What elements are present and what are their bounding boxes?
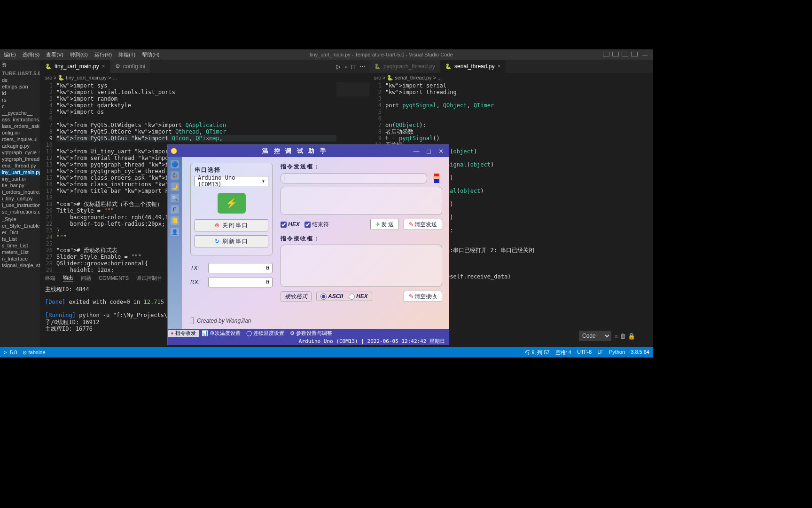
breadcrumb[interactable]: src > 🐍 tiny_uart_main.py > ... [40,73,369,82]
send-button[interactable]: ✈发 送 [370,219,399,230]
clear-receive-button[interactable]: ✎清空接收 [404,291,442,302]
dialog-titlebar[interactable]: 温 控 调 试 助 手 — ◻ ✕ [168,145,449,157]
close-icon[interactable]: × [102,63,105,70]
explorer-item[interactable]: tsignal_single_start [0,262,40,269]
minimize-icon[interactable]: — [640,52,649,57]
lock-icon[interactable]: 🔒 [628,333,635,340]
explorer-item[interactable]: rs [0,96,40,103]
clear-send-button[interactable]: ✎清空发送 [404,219,442,230]
close-icon[interactable]: × [497,63,500,70]
code-runner-dropdown[interactable]: Code ≡ 🗑 🔒 [579,331,635,341]
explorer-item[interactable]: n_Interface [0,255,40,262]
status-branch[interactable]: > -5.0 [4,349,17,356]
run-icon[interactable]: ▷ [336,63,341,70]
explorer-item[interactable]: se_instructions.ui [0,208,40,215]
more-icon[interactable]: ⋯ [359,63,366,70]
explorer-item[interactable]: yqtgraph_thread.py [0,156,40,162]
layout-icon[interactable] [612,52,619,56]
split-icon[interactable]: ▫ [344,63,347,70]
explorer-item[interactable]: er_Dict [0,229,40,236]
minimize-icon[interactable]: — [413,148,422,154]
refresh-serial-button[interactable]: ↻ 刷新串口 [195,235,268,247]
tab-serial-thread[interactable]: 🐍 serial_thread.py × [440,60,505,73]
explorer-item[interactable]: rders_inquire.ui [0,136,40,143]
menu-terminal[interactable]: 终端(T) [118,51,135,58]
status-lang[interactable]: Python [609,349,625,356]
explorer-sidebar[interactable]: 资 TURE-UART-5.0 deettings.jsonldrsc__pyc… [0,60,40,347]
explorer-item[interactable]: ld [0,90,40,96]
explorer-item[interactable]: iny_uart.ui [0,175,40,182]
layout-icon[interactable] [603,52,609,56]
menu-goto[interactable]: 转到(G) [70,51,88,58]
send-history-box[interactable] [281,187,442,215]
project-name[interactable]: TURE-UART-5.0 [0,70,40,77]
term-tab-output[interactable]: 输出 [63,274,73,282]
layout-icon[interactable] [622,52,628,56]
book-icon[interactable]: 📒 [171,216,179,225]
moon-icon[interactable]: 🌙 [171,183,179,191]
tab-continuous-temp[interactable]: ◯连续温度设置 [243,330,287,337]
explorer-item[interactable]: ass_instructions.py [0,116,40,123]
explorer-item[interactable]: onfig.ini [0,129,40,136]
status-eol[interactable]: LF [597,349,603,356]
menu-bar[interactable]: 编(E) 选择(S) 查看(V) 转到(G) 运行(R) 终端(T) 帮助(H) [4,51,160,58]
term-tab-terminal[interactable]: 终端 [45,275,55,282]
palette-icon[interactable]: 🔵 [171,160,179,168]
mario-icon[interactable] [431,173,442,184]
tab-tiny-uart-main[interactable]: 🐍 tiny_uart_main.py × [40,60,110,73]
explorer-item[interactable]: de [0,77,40,83]
explorer-item[interactable]: tle_bar.py [0,182,40,189]
close-serial-button[interactable]: ⊗ 关闭串口 [195,219,268,231]
explorer-item[interactable]: lass_orders_ask.py [0,123,40,129]
serial-port-combo[interactable]: Arduino Uno (COM13) ▾ [195,176,268,186]
explorer-item[interactable]: ts_List [0,236,40,242]
explorer-item[interactable]: s_time_List [0,242,40,249]
explorer-item[interactable]: c [0,103,40,110]
term-tab-problems[interactable]: 问题 [81,275,91,282]
explorer-item[interactable]: _Style [0,216,40,222]
menu-select[interactable]: 选择(S) [23,51,40,58]
search-icon[interactable]: 🔍 [171,194,179,202]
hex-checkbox[interactable]: HEX [281,221,300,228]
tab-pyqtgraph-thread[interactable]: 🐍 pyqtgraph_thread.py [369,60,440,73]
explorer-item[interactable]: meters_List [0,249,40,255]
note-icon[interactable]: 🗒 [171,205,179,214]
tab-single-temp[interactable]: 📊单次温度设置 [199,330,243,337]
clear-icon[interactable]: 🗑 [620,333,626,340]
explorer-item[interactable]: i_tiny_uart.py [0,195,40,202]
send-input[interactable] [281,173,427,183]
explorer-item[interactable]: i_orders_inquire.py [0,189,40,195]
explorer-item[interactable]: er_Style_Enable [0,222,40,229]
explorer-item[interactable]: yqtgraph_cycle_thr... [0,149,40,156]
tab-params[interactable]: ⚙参数设置与调整 [287,330,335,337]
breadcrumb[interactable]: src > 🐍 serial_thread.py > ... [369,73,653,82]
serial-tool-dialog[interactable]: 温 控 调 试 助 手 — ◻ ✕ 🔵 🦆 🌙 🔍 🗒 📒 👤 串口选择 Ard… [167,144,449,345]
split-icon[interactable]: ◻ [351,63,356,70]
close-icon[interactable]: ✕ [437,148,446,154]
ascii-radio[interactable]: ASCII [320,293,343,300]
menu-view[interactable]: 查看(V) [46,51,63,58]
menu-run[interactable]: 运行(R) [94,51,112,58]
layout-icon[interactable] [631,52,638,56]
menu-edit[interactable]: 编(E) [4,51,16,58]
tab-config-ini[interactable]: ⚙ config.ini [110,60,150,73]
maximize-icon[interactable]: ◻ [425,148,434,154]
explorer-item[interactable]: ackaging.py [0,143,40,149]
receive-box[interactable] [281,245,442,287]
explorer-item[interactable]: ettings.json [0,83,40,90]
status-pyver[interactable]: 3.8.5 64 [631,349,649,356]
tab-commands[interactable]: ●指令收发 [168,330,199,337]
explorer-item[interactable]: i_use_instructions.py [0,202,40,208]
menu-help[interactable]: 帮助(H) [142,51,159,58]
list-icon[interactable]: ≡ [614,333,618,340]
explorer-item[interactable]: __pycache__ [0,110,40,116]
code-select[interactable]: Code [579,331,611,341]
hex-radio[interactable]: HEX [349,293,368,300]
status-encoding[interactable]: UTF-8 [577,349,592,356]
term-tab-comments[interactable]: COMMENTS [99,275,129,281]
status-indent[interactable]: 空格: 4 [555,349,571,356]
status-cursor[interactable]: 行 9, 列 57 [525,349,550,356]
status-tabnine[interactable]: ⊘ tabnine [23,349,45,356]
terminator-checkbox[interactable]: 结束符 [304,221,329,229]
term-tab-debug[interactable]: 调试控制台 [136,275,162,282]
